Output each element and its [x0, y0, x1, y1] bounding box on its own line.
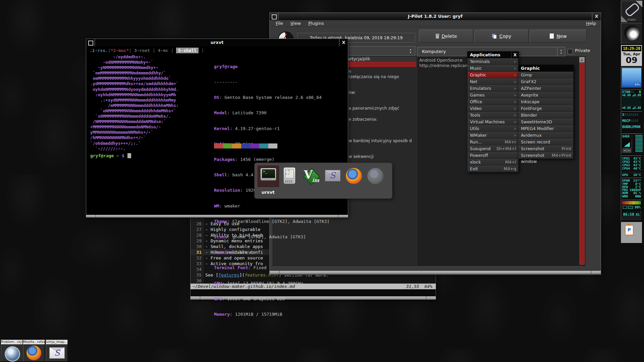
switcher-icon-vim[interactable]: Vim	[300, 165, 322, 187]
dock-gnustep-sphere[interactable]: ...	[621, 23, 642, 44]
menu-item-azpainter[interactable]: AZPainter	[519, 85, 574, 92]
window-title: urxvt	[211, 40, 224, 45]
new-button[interactable]: New	[530, 29, 587, 43]
menu-item-video[interactable]: Video▹	[468, 105, 519, 112]
dock-weather[interactable]: EPWR23⁰⁰ TMP8°C DEW2°C PRS1009hP HUM65 %…	[621, 178, 642, 199]
empty-gauge	[622, 217, 641, 220]
copy-button[interactable]: Copy	[474, 29, 529, 43]
menu-item-inkscape[interactable]: Inkscape	[519, 99, 574, 105]
miniwindow-firefox[interactable]: Mozilla...refox	[23, 340, 45, 362]
miniwindow-mozilla-old[interactable]: Problem...ctyl	[1, 340, 23, 362]
menu-item-terminals[interactable]: Terminals▹	[468, 58, 519, 65]
menu-item-poweroff[interactable]: Poweroff	[468, 152, 519, 159]
menu-item-games[interactable]: Games▹	[468, 92, 519, 99]
spinner-icon[interactable]: ▴▾	[407, 47, 414, 54]
dock-temp-monitor[interactable]: CPU143°C CPU243°C CPU343°C CPU440°C GPU3…	[621, 156, 642, 177]
dock-bubblemon[interactable]: 04%	[621, 67, 642, 88]
menu-item-xlock[interactable]: xlockM4+l	[468, 159, 519, 166]
dock-network-monitor[interactable]: ETH088B ▼0.00▲0.00 ▼0.00▲0.00	[621, 89, 642, 111]
level-meters	[633, 135, 643, 153]
menu-item-tools[interactable]: Tools▹	[468, 112, 519, 119]
ellipsis-icon: ...	[623, 40, 628, 44]
tab-mc[interactable]: 4-mc	[155, 48, 171, 53]
shell-prompt[interactable]: gryf@rage ~ $	[90, 153, 131, 158]
menu-plugins[interactable]: Plugins	[308, 21, 324, 26]
close-button[interactable]: X	[339, 39, 348, 46]
tab-moc[interactable]: *2-moc*	[111, 48, 129, 53]
miniaturize-icon	[272, 14, 277, 19]
close-button[interactable]: X	[592, 13, 601, 20]
menu-item-exit[interactable]: ExitM4+q	[468, 166, 519, 172]
menu-item-aseprite[interactable]: Aseprite	[519, 92, 574, 99]
private-checkbox[interactable]	[568, 49, 573, 54]
menu-item-office[interactable]: Office▹	[468, 99, 519, 105]
miniwindow-label: vimja_imap...	[46, 340, 68, 345]
switcher-icon-urxvt[interactable]: >_	[257, 165, 279, 187]
resize-bar[interactable]	[86, 215, 348, 217]
menu-item-suspend[interactable]: SusupendSh+M4+l	[468, 145, 519, 152]
menu-item-utils[interactable]: Utils▹	[468, 125, 519, 132]
menu-item-run[interactable]: Run...M4+r	[468, 139, 519, 145]
menu-item-mpeg4-modifier[interactable]: MPEG4 Modifier	[519, 125, 574, 132]
switcher-icon-mail[interactable]: S	[322, 165, 343, 187]
scrollbar[interactable]: ▴	[579, 57, 585, 265]
tab-shell-selected[interactable]: 5-shell	[176, 48, 199, 53]
miniaturize-button[interactable]	[86, 39, 95, 46]
miniwindow-mail[interactable]: S vimja_imap...	[46, 340, 68, 362]
urxvt-titlebar[interactable]: urxvt X	[86, 39, 348, 46]
dock-battery[interactable]: 90% 06:58 B1	[621, 200, 642, 221]
scrollbar-thumb[interactable]	[580, 63, 585, 264]
miniaturize-button[interactable]	[270, 13, 278, 20]
menu-item-emulators[interactable]: Emulators▹	[468, 85, 519, 92]
tab-root[interactable]: 3-root	[131, 48, 153, 53]
menu-item-wmaker[interactable]: WMaker▹	[468, 132, 519, 139]
mixer-arrows[interactable]: ◂▸	[623, 149, 631, 153]
vim-icon: Vim	[302, 167, 320, 185]
switcher-icon-firefox[interactable]	[343, 165, 365, 187]
menu-item-avidemux[interactable]: Avidemux	[519, 132, 574, 139]
dock-clip[interactable]: main	[621, 1, 642, 22]
plug-icon	[623, 206, 627, 209]
workspace-name: main	[621, 18, 642, 21]
menu-item-screen-record[interactable]: Screen record	[519, 139, 574, 145]
memo-line: ów:	[348, 90, 356, 95]
firefox-icon	[346, 168, 362, 184]
tab-rss[interactable]: .1-rss.	[90, 48, 108, 53]
list-item[interactable]: Android OpenSource	[419, 58, 463, 63]
menu-item-music[interactable]: Music▹	[468, 65, 519, 72]
miniwindow-label: Problem...ctyl	[1, 340, 23, 345]
menu-item-net[interactable]: Net▹	[468, 78, 519, 85]
delete-button[interactable]: Delete	[419, 29, 473, 43]
menu-item-grafx2[interactable]: GraFX2	[519, 78, 574, 85]
menu-item-virtual-machines[interactable]: Virtual Machines▹	[468, 119, 519, 125]
menu-item-screenshot-window[interactable]: Screenshot windowM4+Print	[519, 152, 574, 159]
menu-close-icon[interactable]: X	[511, 52, 519, 58]
volume-box	[623, 139, 632, 148]
left-arrow-icon: ◂	[623, 149, 627, 153]
menu-item-gimp[interactable]: Gimp	[519, 72, 574, 78]
terminal-color-palette	[205, 143, 277, 148]
menu-item-fontforge[interactable]: FontForge	[519, 105, 574, 112]
dock-mixer[interactable]: 8488 ◂▸	[621, 133, 642, 155]
switcher-icon-jpilot[interactable]: ⌁ ✎⌂ ♪	[279, 165, 300, 187]
menu-title[interactable]: ApplicationsX	[468, 52, 519, 58]
submenu-title[interactable]: Graphic	[519, 65, 574, 72]
jpilot-titlebar[interactable]: J-Pilot 1.8.2 User: gryf X	[270, 13, 601, 20]
menu-item-blender[interactable]: Blender	[519, 112, 574, 119]
menu-file[interactable]: File	[276, 21, 283, 26]
menu-item-sweethome3d[interactable]: SweetHome3D	[519, 119, 574, 125]
dock-clock[interactable]: 18:29:20 Tue, Apr 09	[621, 45, 642, 66]
dock-lcd-monitor[interactable]: X8888888 MOCP8888 BUBBLEMON	[621, 111, 642, 133]
menu-view[interactable]: View	[290, 21, 301, 26]
firefox-dimmed-icon	[367, 168, 383, 184]
switcher-icon-firefox-inactive[interactable]	[365, 165, 386, 187]
menu-help[interactable]: Help	[586, 20, 596, 26]
menu-item-graphic[interactable]: Graphic▹	[468, 72, 519, 78]
dock-app-tile[interactable]: P	[621, 222, 642, 243]
battery-time: 06:58	[622, 210, 635, 216]
menu-item-screenshot[interactable]: ScreenshotPrint	[519, 145, 574, 152]
palm-pilot-icon: ⌁ ✎⌂ ♪	[283, 167, 296, 184]
scroll-up-icon[interactable]: ▴	[579, 57, 585, 62]
bubblemon-label: BUBBLEMON	[622, 125, 640, 129]
category-spinner-icon[interactable]: ▴▾	[557, 47, 565, 56]
